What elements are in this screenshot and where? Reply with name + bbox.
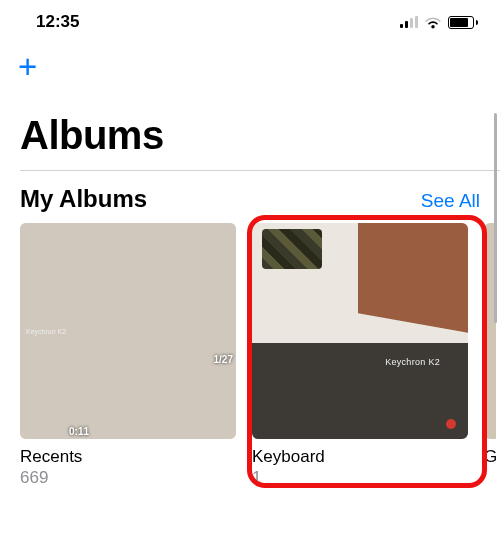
album-keyboard[interactable]: Keychron K2 Keyboard 1 [252,223,468,488]
video-duration-badge: 0:11 [69,426,89,437]
date-badge: 1/27 [214,354,233,365]
cellular-signal-icon [400,16,418,28]
wifi-icon [424,16,442,29]
box-text: Keychron K2 [26,328,66,335]
album-recents[interactable]: Keychron K2 1/27 0:11 Recents 669 [20,223,236,488]
album-name: Recents [20,447,236,467]
nav-bar: + [0,44,500,83]
album-thumbnail: Keychron K2 [252,223,468,439]
section-title: My Albums [20,185,147,213]
see-all-button[interactable]: See All [421,190,480,212]
scroll-indicator [494,113,497,323]
status-time: 12:35 [36,12,79,32]
album-thumbnail: Keychron K2 1/27 0:11 [20,223,236,439]
album-count: 1 [252,468,468,488]
album-name: G [484,447,496,467]
page-title: Albums [0,83,500,170]
albums-scroll[interactable]: Keychron K2 1/27 0:11 Recents 669 Keychr… [0,223,500,488]
album-name: Keyboard [252,447,468,467]
status-bar: 12:35 [0,0,500,44]
battery-icon [448,16,478,29]
add-album-button[interactable]: + [18,50,37,83]
box-text: Keychron K2 [385,357,440,367]
album-count: 669 [20,468,236,488]
my-albums-header: My Albums See All [0,171,500,223]
status-indicators [400,16,478,29]
